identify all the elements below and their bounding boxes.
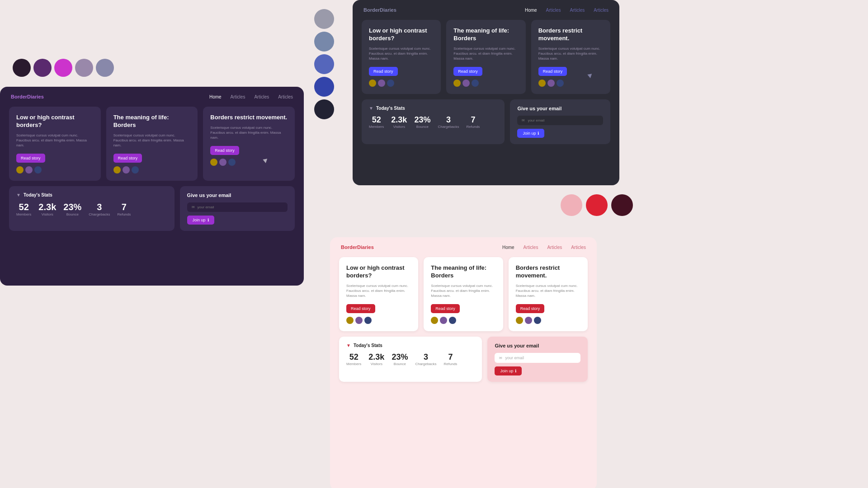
pink-card-3: Borders restrict movement. Scelerisque c… xyxy=(509,257,588,331)
pink-stat-visitors: 2.3k Visitors xyxy=(368,352,384,366)
grey-nav-articles2[interactable]: Articles xyxy=(570,8,585,13)
panel-purple: BorderDiaries Home Articles Articles Art… xyxy=(0,87,304,286)
purple-card-3-btn[interactable]: Read story xyxy=(210,146,239,155)
pink-nav-links: Home Articles Articles Articles xyxy=(502,245,586,250)
grey-card-2-footer xyxy=(453,80,518,87)
color-swatches-right xyxy=(314,9,334,119)
purple-card-2-btn[interactable]: Read story xyxy=(113,154,142,163)
grey-chevron-icon: ▼ xyxy=(369,106,373,111)
swatch-red-1 xyxy=(561,194,582,216)
swatch-v1 xyxy=(314,9,334,29)
cursor-purple xyxy=(263,159,268,164)
grey-stats-title: Today's Stats xyxy=(376,106,405,111)
pink-card-3-body: Scelerisque cursus volutpat cum nunc. Fa… xyxy=(516,283,580,299)
grey-card-2-btn[interactable]: Read story xyxy=(453,67,482,76)
avatar-p1b xyxy=(355,317,363,324)
avatar-g1a xyxy=(369,80,376,87)
info-icon: ℹ xyxy=(208,218,209,222)
pink-stat-members: 52 Members xyxy=(346,352,361,366)
pink-nav: BorderDiaries Home Articles Articles Art… xyxy=(330,237,597,257)
swatch-v4 xyxy=(314,77,334,97)
purple-card-3: Borders restrict movement. Scelerisque c… xyxy=(203,107,295,181)
avatar-1c xyxy=(34,166,42,174)
avatar-g3a xyxy=(538,80,546,87)
cursor-grey xyxy=(587,74,592,79)
purple-card-1-body: Scelerisque cursus volutpat cum nunc. Fa… xyxy=(16,133,94,148)
purple-nav-articles2[interactable]: Articles xyxy=(254,94,269,99)
pink-join-btn[interactable]: Join up ℹ xyxy=(495,366,522,375)
pink-card-3-title: Borders restrict movement. xyxy=(516,264,580,280)
purple-stats-title: Today's Stats xyxy=(24,192,52,197)
pink-card-2-btn[interactable]: Read story xyxy=(431,304,460,313)
avatar-g2a xyxy=(453,80,461,87)
avatar-2b xyxy=(123,166,130,174)
grey-nav-home[interactable]: Home xyxy=(525,8,537,13)
swatch-4 xyxy=(75,59,93,77)
purple-stat-refunds: 7 Refunds xyxy=(117,202,131,216)
purple-brand: BorderDiaries xyxy=(11,94,44,99)
grey-stats-header: ▼ Today's Stats xyxy=(369,106,497,111)
purple-nav-home[interactable]: Home xyxy=(209,94,222,99)
avatar-g1c xyxy=(387,80,394,87)
pink-nav-home[interactable]: Home xyxy=(502,245,514,250)
purple-card-2: The meaning of life: Borders Scelerisque… xyxy=(106,107,198,181)
purple-chevron-icon: ▼ xyxy=(16,192,21,197)
avatar-p1a xyxy=(346,317,354,324)
pink-card-3-btn[interactable]: Read story xyxy=(516,304,545,313)
purple-nav: BorderDiaries Home Articles Articles Art… xyxy=(0,87,304,107)
swatch-v2 xyxy=(314,32,334,52)
purple-join-btn[interactable]: Join up ℹ xyxy=(187,216,214,225)
pink-nav-articles2[interactable]: Articles xyxy=(547,245,562,250)
purple-nav-articles1[interactable]: Articles xyxy=(231,94,245,99)
avatar-1b xyxy=(25,166,33,174)
panel-pink: BorderDiaries Home Articles Articles Art… xyxy=(330,237,597,488)
avatar-3b xyxy=(219,159,226,166)
swatch-3 xyxy=(54,59,72,77)
pink-card-3-footer xyxy=(516,317,580,324)
pink-stat-refunds: 7 Refunds xyxy=(444,352,458,366)
grey-nav-articles1[interactable]: Articles xyxy=(546,8,561,13)
purple-card-3-body: Scelerisque cursus volutpat cum nunc. Fa… xyxy=(210,125,288,141)
avatar-p3c xyxy=(534,317,541,324)
pink-email-title: Give us your email xyxy=(495,343,580,348)
purple-email-input-wrapper: ✉ your email xyxy=(187,202,288,212)
grey-card-1-btn[interactable]: Read story xyxy=(369,67,398,76)
panel-grey: BorderDiaries Home Articles Articles Art… xyxy=(353,0,619,185)
pink-nav-articles1[interactable]: Articles xyxy=(524,245,538,250)
grey-card-2: The meaning of life: Borders Scelerisque… xyxy=(446,20,525,94)
avatar-g2b xyxy=(462,80,470,87)
grey-email-card: Give us your email ✉ your email Join up … xyxy=(510,99,610,144)
pink-card-1-body: Scelerisque cursus volutpat cum nunc. Fa… xyxy=(346,283,411,299)
grey-email-title: Give us your email xyxy=(517,106,603,111)
purple-nav-articles3[interactable]: Articles xyxy=(278,94,293,99)
grey-card-1: Low or high contrast borders? Scelerisqu… xyxy=(362,20,441,94)
grey-card-3-body: Scelerisque cursus volutpat cum nunc. Fa… xyxy=(538,46,603,61)
swatch-1 xyxy=(13,59,31,77)
pink-brand: BorderDiaries xyxy=(341,244,374,250)
swatch-v3 xyxy=(314,54,334,74)
avatar-p3a xyxy=(516,317,523,324)
grey-card-2-title: The meaning of life: Borders xyxy=(453,27,518,42)
pink-email-card: Give us your email ✉ your email Join up … xyxy=(487,337,588,382)
pink-card-1-btn[interactable]: Read story xyxy=(346,304,375,313)
pink-stats-header: ▼ Today's Stats xyxy=(346,343,475,348)
purple-card-1: Low or high contrast borders? Scelerisqu… xyxy=(9,107,101,181)
swatch-2 xyxy=(33,59,52,77)
grey-join-btn[interactable]: Join up ℹ xyxy=(517,129,544,138)
avatar-1a xyxy=(16,166,24,174)
pink-cards-row: Low or high contrast borders? Scelerisqu… xyxy=(330,257,597,331)
grey-nav-links: Home Articles Articles Articles xyxy=(525,8,609,13)
purple-email-placeholder: your email xyxy=(198,205,214,209)
grey-bottom-row: ▼ Today's Stats 52 Members 2.3k Visitors… xyxy=(353,94,619,144)
grey-card-3-btn[interactable]: Read story xyxy=(538,67,567,76)
avatar-3c xyxy=(228,159,236,166)
purple-card-1-btn[interactable]: Read story xyxy=(16,154,45,163)
swatch-5 xyxy=(96,59,114,77)
pink-nav-articles3[interactable]: Articles xyxy=(571,245,586,250)
grey-card-1-body: Scelerisque cursus volutpat cum nunc. Fa… xyxy=(369,46,434,61)
purple-stats-header: ▼ Today's Stats xyxy=(16,192,167,197)
grey-nav-articles3[interactable]: Articles xyxy=(594,8,609,13)
grey-nav: BorderDiaries Home Articles Articles Art… xyxy=(353,0,619,20)
grey-email-placeholder: your email xyxy=(528,118,544,122)
avatar-2c xyxy=(132,166,139,174)
